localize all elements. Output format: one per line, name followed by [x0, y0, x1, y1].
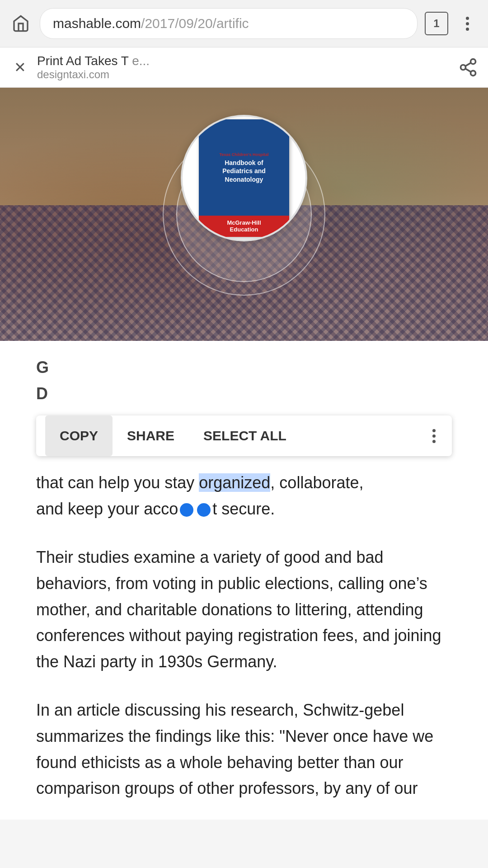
url-path: /2017/09/20/artific [141, 16, 249, 31]
share-button[interactable] [457, 57, 479, 78]
tab-domain: designtaxi.com [37, 68, 451, 81]
book-bottom: McGraw-Hill Education [199, 216, 289, 237]
article-paragraph-1: Their studies examine a variety of good … [36, 544, 452, 675]
svg-point-0 [471, 59, 476, 64]
toolbar-more-icon [432, 429, 436, 443]
content-area: G D COPY SHARE SELECT ALL that can help … [0, 341, 488, 820]
browser-toolbar: mashable.com /2017/09/20/artific 1 [0, 0, 488, 47]
article-paragraph-2: In an article discussing his research, S… [36, 697, 452, 801]
url-domain: mashable.com [53, 16, 141, 31]
copy-button[interactable]: COPY [45, 415, 113, 456]
text-after-selection: , collaborate, [270, 473, 363, 492]
svg-point-1 [461, 65, 466, 70]
address-bar[interactable]: mashable.com /2017/09/20/artific [40, 8, 418, 39]
selected-text-region: that can help you stay organized, collab… [36, 470, 452, 496]
select-all-button[interactable]: SELECT ALL [189, 415, 301, 456]
text-before-selection: that can help you stay [36, 473, 199, 492]
svg-point-2 [471, 71, 476, 75]
share-text-button[interactable]: SHARE [113, 415, 189, 456]
toolbar-more-button[interactable] [425, 415, 443, 456]
hero-image: Texas Children's Hospital Handbook of Pe… [0, 88, 488, 341]
tab-count-button[interactable]: 1 [425, 12, 448, 35]
book-hospital-logo: Texas Children's Hospital [219, 151, 268, 157]
book-top: Texas Children's Hospital Handbook of Pe… [199, 119, 289, 216]
text-line3: and keep your accot secure. [36, 496, 452, 522]
partial-text-line1: G [36, 354, 452, 381]
book-publisher: McGraw-Hill Education [227, 219, 261, 233]
more-icon [466, 17, 469, 31]
selection-handle-right[interactable] [197, 503, 211, 517]
book-cover: Texas Children's Hospital Handbook of Pe… [199, 119, 289, 237]
browser-more-button[interactable] [455, 12, 479, 35]
tab-title: Print Ad Takes T e... [37, 54, 451, 68]
selection-toolbar: COPY SHARE SELECT ALL [36, 415, 452, 456]
svg-line-4 [465, 63, 471, 66]
selected-word: organized [199, 473, 270, 492]
selection-handle-left[interactable] [180, 503, 193, 517]
article-text: that can help you stay organized, collab… [0, 456, 488, 820]
close-tab-button[interactable]: ✕ [9, 57, 31, 78]
text-line3-before: and keep your acco [36, 500, 178, 518]
svg-line-3 [465, 69, 471, 72]
partial-text-line2: D [36, 381, 452, 407]
home-button[interactable] [9, 12, 33, 35]
book-main-title: Handbook of Pediatrics and Neonatology [222, 159, 266, 184]
text-line3-after: t secure. [212, 500, 275, 518]
book-popup-circle: Texas Children's Hospital Handbook of Pe… [181, 115, 307, 241]
tab-bar: ✕ Print Ad Takes T e... designtaxi.com [0, 47, 488, 88]
book-popup: Texas Children's Hospital Handbook of Pe… [181, 115, 307, 269]
